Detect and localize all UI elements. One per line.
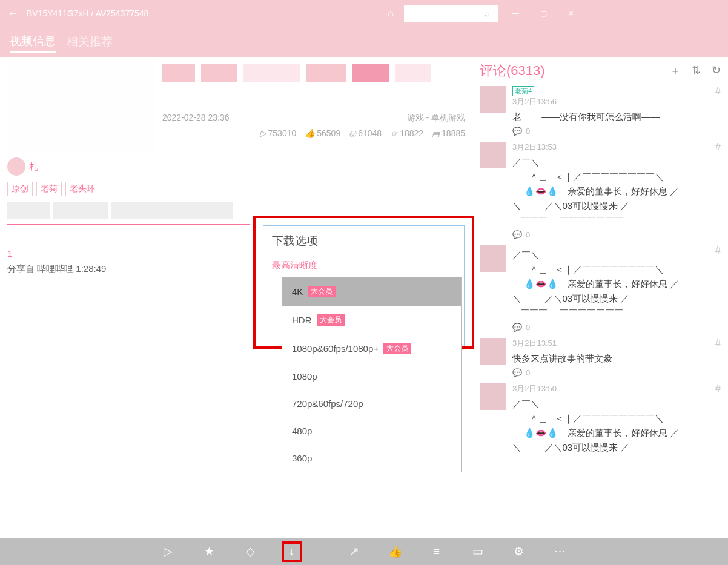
quality-option[interactable]: 1080p&60fps/1080p+大会员 <box>282 334 461 363</box>
comment-text: ／￣＼ ｜ ＾＿ ＜｜／￣￣￣￣￣￣￣￣＼ ｜ 💧👄💧｜亲爱的董事长，好好休息 … <box>512 155 721 228</box>
home-button[interactable]: ⌂ <box>377 7 404 19</box>
video-thumbnail[interactable] <box>7 62 156 154</box>
vip-badge: 大会员 <box>383 343 411 354</box>
comment-time: 3月2日13:53 <box>512 142 721 153</box>
download-button[interactable]: ↓ <box>282 541 302 562</box>
tag[interactable]: 老菊 <box>36 182 62 196</box>
user-badge: 老菊4 <box>512 86 534 96</box>
tag-row: 原创 老菊 老头环 <box>7 182 465 196</box>
tag[interactable]: 老头环 <box>65 182 99 196</box>
video-info-panel: 2022-02-28 23:36 游戏 - 单机游戏 ▷753010 👍5650… <box>0 57 472 538</box>
danmu-count: 18885 <box>442 128 465 138</box>
maximize-button[interactable]: ▢ <box>529 0 557 27</box>
download-options-panel: 下载选项 最高清晰度 4K大会员HDR大会员1080p&60fps/1080p+… <box>253 216 474 349</box>
comment-time: 3月2日13:56 <box>512 96 721 107</box>
share-button[interactable]: ↗ <box>344 541 365 562</box>
thumbs-button[interactable]: 👍 <box>385 541 406 562</box>
comment: #3月2日13:50／￣＼ ｜ ＾＿ ＜｜／￣￣￣￣￣￣￣￣＼ ｜ 💧👄💧｜亲爱… <box>480 383 721 455</box>
reply-row[interactable]: 💬0 <box>512 323 721 332</box>
fav-count: 18822 <box>400 128 423 138</box>
refresh-icon[interactable]: ↻ <box>712 64 721 78</box>
comment-text: ／￣＼ ｜ ＾＿ ＜｜／￣￣￣￣￣￣￣￣＼ ｜ 💧👄💧｜亲爱的董事长，好好休息 … <box>512 248 721 320</box>
comment: #老菊43月2日13:56老 ——没有你我可怎么活啊——💬0 <box>480 86 721 136</box>
quality-option[interactable]: 480p <box>282 417 461 444</box>
hash-icon[interactable]: # <box>715 86 721 97</box>
quality-option[interactable]: HDR大会员 <box>282 306 461 334</box>
search-input[interactable] <box>404 5 477 22</box>
comment: #3月2日13:53／￣＼ ｜ ＾＿ ＜｜／￣￣￣￣￣￣￣￣＼ ｜ 💧👄💧｜亲爱… <box>480 142 721 239</box>
hash-icon[interactable]: # <box>715 338 721 349</box>
coin-count: 61048 <box>358 128 382 138</box>
comment-avatar[interactable] <box>480 338 506 365</box>
more-button[interactable]: ⋯ <box>550 541 571 562</box>
reply-row[interactable]: 💬0 <box>512 230 721 239</box>
reply-count: 0 <box>526 230 530 239</box>
comment-text: 快多来点讲故事的带文豪 <box>512 351 721 366</box>
tab-related[interactable]: 相关推荐 <box>67 31 113 52</box>
comment-avatar[interactable] <box>480 86 506 113</box>
fav-icon: ☆ <box>390 128 398 138</box>
settings-button[interactable]: ⚙ <box>509 541 529 562</box>
search-box[interactable]: ⌕ <box>404 5 498 22</box>
minimize-button[interactable]: — <box>501 0 529 27</box>
quality-option[interactable]: 4K大会员 <box>282 277 461 306</box>
sort-icon[interactable]: ⇅ <box>692 64 701 78</box>
reply-icon: 💬 <box>512 368 522 377</box>
subtitle-button[interactable]: ▭ <box>468 541 488 562</box>
comment-avatar[interactable] <box>480 142 506 168</box>
close-button[interactable]: ✕ <box>557 0 585 27</box>
vip-badge: 大会员 <box>308 286 336 297</box>
comment-text: ／￣＼ ｜ ＾＿ ＜｜／￣￣￣￣￣￣￣￣＼ ｜ 💧👄💧｜亲爱的董事长，好好休息 … <box>512 397 721 455</box>
search-icon[interactable]: ⌕ <box>477 8 496 18</box>
window-title: BV15Y411G7xH / AV254377548 <box>27 8 370 18</box>
star-button[interactable]: ★ <box>199 541 220 562</box>
tab-video-info[interactable]: 视频信息 <box>10 31 56 53</box>
like-count: 56509 <box>317 128 340 138</box>
quality-option[interactable]: 1080p <box>282 363 461 390</box>
quality-dropdown[interactable]: 4K大会员HDR大会员1080p&60fps/1080p+大会员1080p720… <box>282 277 462 472</box>
hash-icon[interactable]: # <box>715 142 721 153</box>
play-count: 753010 <box>268 128 297 138</box>
reply-row[interactable]: 💬0 <box>512 368 721 377</box>
list-button[interactable]: ≡ <box>426 541 447 562</box>
comment-text: 老 ——没有你我可怎么活啊—— <box>512 110 721 124</box>
danmu-icon: ▤ <box>432 128 440 138</box>
reply-count: 0 <box>526 368 530 377</box>
category: 游戏 - 单机游戏 <box>407 113 465 124</box>
download-title: 下载选项 <box>272 233 455 249</box>
uploader-name[interactable]: 札 <box>29 161 38 173</box>
hash-icon[interactable]: # <box>715 383 721 394</box>
comment-avatar[interactable] <box>480 245 506 272</box>
comment-time: 3月2日13:51 <box>512 338 721 349</box>
quality-label: 最高清晰度 <box>272 260 455 271</box>
add-comment-icon[interactable]: ＋ <box>670 64 681 78</box>
quality-option[interactable]: 720p&60fps/720p <box>282 390 461 417</box>
tag[interactable]: 原创 <box>7 182 33 196</box>
like-icon: 👍 <box>305 128 315 138</box>
reply-count: 0 <box>526 323 530 332</box>
vip-badge: 大会员 <box>317 314 345 326</box>
titlebar: ← BV15Y411G7xH / AV254377548 ⌂ ⌕ — ▢ ✕ <box>0 0 728 27</box>
comments-panel: 评论(6313) ＋ ⇅ ↻ #老菊43月2日13:56老 ——没有你我可怎么活… <box>472 57 728 538</box>
reply-icon: 💬 <box>512 230 522 239</box>
erase-button[interactable]: ◇ <box>240 541 261 562</box>
reply-icon: 💬 <box>512 127 522 136</box>
reply-row[interactable]: 💬0 <box>512 127 721 136</box>
comment-username[interactable]: 老菊4 <box>512 86 721 96</box>
quality-option[interactable]: 360p <box>282 444 461 472</box>
coin-icon: ◎ <box>349 128 356 138</box>
comment: #3月2日13:51快多来点讲故事的带文豪💬0 <box>480 338 721 377</box>
play-button[interactable]: ▷ <box>158 541 179 562</box>
separator <box>323 544 323 559</box>
uploader-row[interactable]: 札 <box>7 157 465 176</box>
publish-date: 2022-02-28 23:36 <box>162 113 230 124</box>
comment: #／￣＼ ｜ ＾＿ ＜｜／￣￣￣￣￣￣￣￣＼ ｜ 💧👄💧｜亲爱的董事长，好好休息… <box>480 245 721 332</box>
back-button[interactable]: ← <box>7 7 27 20</box>
play-icon: ▷ <box>260 128 266 138</box>
bottom-toolbar: ▷ ★ ◇ ↓ ↗ 👍 ≡ ▭ ⚙ ⋯ <box>0 538 728 565</box>
comment-avatar[interactable] <box>480 383 506 410</box>
comments-header: 评论(6313) <box>480 62 545 80</box>
reply-icon: 💬 <box>512 323 522 332</box>
hash-icon[interactable]: # <box>715 245 721 256</box>
uploader-avatar[interactable] <box>7 157 25 176</box>
